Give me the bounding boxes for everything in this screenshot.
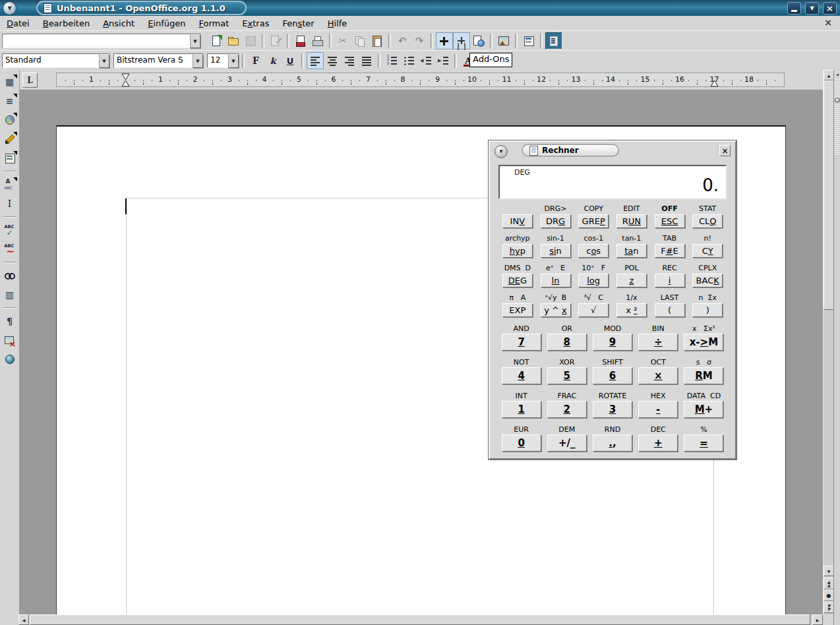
menu-einfuegen[interactable]: Einfügen — [141, 17, 192, 30]
calc-btn-3[interactable]: 3 — [593, 401, 632, 418]
insert-button[interactable]: ≡ — [1, 92, 18, 109]
font-name-combobox[interactable]: Bitstream Vera S ▼ — [113, 53, 204, 68]
calc-btn-divide[interactable]: ÷ — [638, 334, 678, 351]
calc-btn-sqrt[interactable]: √ — [578, 303, 609, 317]
numbered-list-button[interactable] — [383, 52, 400, 69]
calc-btn-tan[interactable]: tan — [616, 244, 647, 258]
paragraph-style-combobox[interactable]: Standard ▼ — [2, 53, 110, 68]
align-center-button[interactable] — [324, 52, 341, 69]
calc-btn-deg[interactable]: DEG — [502, 274, 533, 287]
calc-btn-clq[interactable]: CLQ — [692, 214, 723, 228]
find-replace-button[interactable] — [1, 267, 18, 284]
minimize-button[interactable] — [787, 2, 801, 15]
nonprinting-chars-button[interactable]: ¶ — [1, 312, 18, 330]
calc-btn-hyp[interactable]: hyp — [502, 244, 533, 258]
open-file-button[interactable] — [225, 32, 242, 49]
horizontal-ruler[interactable]: 1123456789101112131415161718 — [56, 73, 785, 87]
align-left-button[interactable] — [307, 52, 324, 69]
menu-format[interactable]: Format — [193, 17, 236, 30]
data-sources-table-button[interactable]: ▥ — [1, 286, 18, 303]
calc-btn-0[interactable]: 0 — [502, 434, 541, 452]
calc-btn-paren-close[interactable]: ) — [692, 303, 723, 317]
calc-btn-equals[interactable]: = — [684, 434, 723, 452]
font-dropdown-icon[interactable]: ▼ — [193, 54, 203, 68]
calc-btn-run[interactable]: RUN — [616, 214, 647, 228]
align-justify-button[interactable] — [358, 52, 375, 69]
navigator-button[interactable] — [520, 32, 537, 49]
print-file-direct-button[interactable] — [292, 32, 309, 49]
paste-button[interactable] — [369, 32, 386, 49]
close-document-icon[interactable]: × — [824, 17, 832, 28]
navigation-cross-button[interactable] — [436, 32, 453, 49]
size-dropdown-icon[interactable]: ▼ — [228, 54, 239, 68]
calc-btn-esc[interactable]: ESC — [655, 214, 685, 228]
new-document-button[interactable] — [208, 32, 225, 49]
cut-button[interactable]: ✂ — [334, 32, 351, 49]
menu-bearbeiten[interactable]: Bearbeiten — [36, 17, 96, 30]
calc-btn-2[interactable]: 2 — [547, 401, 587, 418]
save-button[interactable] — [242, 32, 259, 49]
calc-btn-m-plus[interactable]: M+ — [684, 401, 723, 418]
edit-file-button[interactable] — [267, 32, 284, 49]
menu-datei[interactable]: Datei — [0, 17, 36, 30]
redo-button[interactable]: ↷ — [411, 32, 428, 49]
calc-btn-ln[interactable]: ln — [541, 274, 571, 287]
calc-btn-i[interactable]: i — [655, 274, 685, 287]
undo-button[interactable]: ↶ — [394, 32, 411, 49]
calc-btn-plus-minus[interactable]: +/_ — [547, 434, 587, 452]
align-right-button[interactable] — [341, 52, 358, 69]
scroll-right-button[interactable]: ▶ — [812, 614, 823, 625]
calc-btn-8[interactable]: 8 — [547, 334, 587, 351]
draw-functions-button[interactable] — [1, 131, 18, 148]
decrease-indent-button[interactable] — [417, 52, 435, 69]
close-button[interactable]: × — [823, 2, 837, 15]
scroll-left-button[interactable]: ◀ — [18, 614, 29, 625]
docked-panel-edge[interactable]: ◀ — [833, 70, 840, 625]
menu-hilfe[interactable]: Hilfe — [321, 17, 354, 30]
url-input[interactable] — [3, 34, 190, 47]
previous-page-button[interactable]: ▲▲ — [824, 578, 834, 589]
url-combobox[interactable]: ▼ — [2, 34, 201, 48]
style-dropdown-icon[interactable]: ▼ — [99, 54, 109, 68]
tab-type-selector[interactable]: L — [22, 73, 38, 88]
horizontal-scrollbar[interactable]: ◀ ▶ — [0, 614, 840, 625]
calc-btn-grep[interactable]: GREP — [578, 214, 609, 228]
direct-cursor-ibeam-button[interactable]: I — [1, 195, 18, 212]
first-line-indent-marker[interactable] — [121, 73, 130, 88]
spellcheck-button[interactable] — [1, 222, 18, 239]
calc-btn-y-pow-x[interactable]: y ^ x — [541, 303, 571, 317]
calc-btn-drg[interactable]: DRG — [541, 214, 571, 228]
data-sources-button[interactable] — [545, 32, 562, 49]
calc-btn-rm[interactable]: RM — [684, 367, 723, 384]
calc-btn-7[interactable]: 7 — [502, 334, 541, 351]
navigation-dot-button[interactable]: ● — [824, 589, 834, 601]
calc-btn-sin[interactable]: sin — [541, 244, 571, 258]
menu-fenster[interactable]: Fenster — [276, 17, 320, 30]
calculator-close-button[interactable]: × — [719, 145, 731, 156]
url-dropdown-icon[interactable]: ▼ — [190, 34, 200, 48]
calc-btn-minus[interactable]: - — [638, 401, 678, 418]
insert-object-button[interactable] — [1, 111, 18, 129]
calc-btn-back[interactable]: BACK — [692, 274, 723, 287]
vertical-scrollbar[interactable]: ▲ ▼ ▲▲ ● ▼▼ — [823, 70, 833, 614]
calculator-title-capsule[interactable]: Rechner — [522, 144, 619, 157]
calc-btn-log[interactable]: log — [578, 274, 609, 287]
calc-btn-9[interactable]: 9 — [593, 334, 632, 351]
vertical-scroll-thumb[interactable] — [824, 80, 834, 310]
gallery-button[interactable] — [495, 32, 512, 49]
print-button[interactable] — [309, 32, 326, 49]
font-size-combobox[interactable]: 12 ▼ — [207, 53, 239, 68]
autotext-button[interactable] — [1, 176, 18, 193]
graphics-onoff-button[interactable] — [1, 332, 18, 349]
calc-btn-x-to-m[interactable]: x->M — [684, 334, 723, 351]
calc-btn-x-squared[interactable]: x ² — [616, 303, 647, 317]
calc-btn-z[interactable]: z — [616, 274, 647, 287]
copy-button[interactable] — [351, 32, 369, 49]
auto-spellcheck-button[interactable] — [1, 241, 18, 258]
hyperlink-button[interactable] — [470, 32, 487, 49]
calc-btn-cos[interactable]: cos — [578, 244, 609, 258]
shade-button[interactable]: ▼ — [805, 2, 819, 15]
direct-cursor-button[interactable] — [453, 32, 470, 49]
calc-btn-multiply[interactable]: × — [638, 367, 678, 384]
scroll-down-button[interactable]: ▼ — [824, 566, 834, 576]
